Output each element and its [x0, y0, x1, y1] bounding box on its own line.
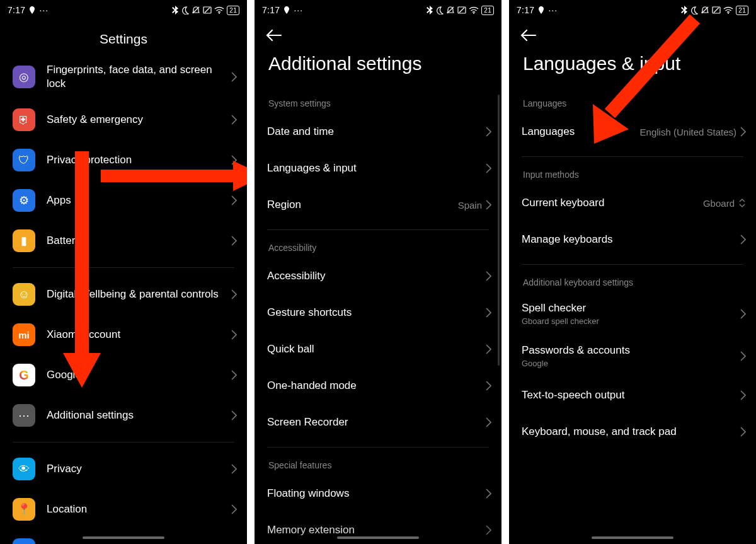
back-button[interactable] [266, 29, 490, 42]
alarm-off-icon [712, 6, 721, 14]
divider [522, 264, 743, 265]
row-gesture-shortcuts[interactable]: Gesture shortcuts [255, 294, 501, 331]
status-time: 7:17 [8, 5, 25, 15]
row-label: Apps [47, 194, 231, 207]
row-label: Additional settings [47, 408, 231, 422]
divider [267, 447, 489, 448]
chevron-right-icon [231, 410, 237, 420]
chevron-right-icon [486, 200, 491, 210]
row-location[interactable]: 📍 Location [0, 489, 247, 530]
row-label: One-handed mode [267, 379, 486, 393]
row-apps[interactable]: ⚙ Apps [0, 180, 247, 221]
dnd-icon [446, 6, 455, 14]
fingerprint-icon: ◎ [13, 66, 35, 88]
row-privacy[interactable]: 👁 Privacy [0, 449, 247, 489]
bluetooth-icon [681, 6, 687, 14]
divider [522, 156, 743, 157]
row-tts-output[interactable]: Text-to-speech output [509, 377, 756, 414]
row-passwords-accounts[interactable]: Passwords & accounts Google [509, 335, 756, 377]
wifi-icon [214, 6, 224, 14]
moon-icon [690, 6, 698, 14]
row-additional-settings[interactable]: ⋯ Additional settings [0, 395, 247, 436]
dnd-icon [701, 6, 709, 14]
chevron-right-icon [740, 127, 746, 137]
row-xiaomi-account[interactable]: mi Xiaomi Account [0, 315, 247, 355]
section-input-methods: Input methods [509, 163, 756, 185]
privacy-icon: 👁 [13, 458, 35, 480]
page-title: Settings [0, 20, 247, 61]
row-value: Gboard [703, 198, 735, 209]
chevron-right-icon [231, 370, 237, 380]
location-icon [29, 6, 35, 14]
chevron-right-icon [740, 351, 746, 361]
row-spell-checker[interactable]: Spell checker Gboard spell checker [509, 292, 756, 335]
row-keyboard-mouse-trackpad[interactable]: Keyboard, mouse, and track pad [509, 414, 756, 450]
google-icon: G [13, 364, 35, 386]
row-accessibility[interactable]: Accessibility [255, 258, 501, 294]
row-current-keyboard[interactable]: Current keyboard Gboard [509, 185, 756, 221]
svg-line-2 [205, 8, 210, 13]
row-region[interactable]: Region Spain [255, 187, 501, 223]
battery-icon: ▮ [13, 229, 35, 252]
chevron-right-icon [231, 289, 237, 299]
row-label: Quick ball [267, 342, 486, 356]
status-bar: 7:17 ··· 21 [0, 0, 247, 20]
row-label: Text-to-speech output [522, 388, 740, 402]
bluetooth-icon [172, 6, 178, 14]
chevron-right-icon [740, 390, 746, 400]
chevron-right-icon [486, 417, 491, 427]
home-indicator[interactable] [337, 536, 419, 539]
chevron-right-icon [231, 72, 237, 82]
row-languages-input[interactable]: Languages & input [255, 150, 501, 187]
row-google[interactable]: G Google [0, 355, 247, 395]
home-indicator[interactable] [592, 536, 673, 539]
row-privacy-protection[interactable]: 🛡 Privacy protection [0, 140, 247, 180]
chevron-right-icon [231, 236, 237, 246]
row-manage-keyboards[interactable]: Manage keyboards [509, 221, 756, 258]
section-accessibility: Accessibility [255, 236, 501, 258]
row-safety[interactable]: ⛨ Safety & emergency [0, 100, 247, 140]
battery-indicator: 21 [481, 6, 494, 15]
row-label: Fingerprints, face data, and screen lock [47, 63, 231, 91]
location-icon [538, 6, 544, 14]
row-label: Manage keyboards [522, 233, 740, 246]
row-label: Region [267, 198, 458, 212]
row-wellbeing[interactable]: ☺ Digital Wellbeing & parental controls [0, 274, 247, 315]
back-button[interactable] [520, 29, 745, 42]
row-label: Spell checker [522, 301, 740, 315]
row-label: Xiaomi Account [47, 328, 231, 342]
status-bar: 7:17 ··· 21 [255, 0, 501, 20]
row-sublabel: Gboard spell checker [522, 316, 740, 326]
row-label: Google [47, 368, 231, 382]
bluetooth-icon [427, 6, 433, 14]
row-label: Passwords & accounts [522, 344, 740, 357]
xiaomi-icon: mi [13, 323, 35, 346]
chevron-right-icon [231, 155, 237, 165]
row-screen-recorder[interactable]: Screen Recorder [255, 404, 501, 441]
phone-languages-input: 7:17 ··· 21 Languages & input Languages … [509, 0, 756, 544]
row-battery[interactable]: ▮ Battery [0, 221, 247, 261]
row-label: Privacy [47, 462, 231, 476]
scrollbar[interactable] [498, 95, 500, 366]
row-date-time[interactable]: Date and time [255, 113, 501, 150]
row-label: Languages & input [267, 161, 486, 175]
section-languages: Languages [509, 92, 756, 113]
alarm-off-icon [203, 6, 212, 14]
shield-icon: 🛡 [13, 149, 35, 171]
row-label: Screen Recorder [267, 415, 486, 429]
row-floating-windows[interactable]: Floating windows [255, 475, 501, 512]
row-label: Location [47, 502, 231, 516]
row-one-handed[interactable]: One-handed mode [255, 367, 501, 404]
moon-icon [181, 6, 189, 14]
chevron-right-icon [486, 381, 491, 391]
row-fingerprint[interactable]: ◎ Fingerprints, face data, and screen lo… [0, 61, 247, 100]
row-languages[interactable]: Languages English (United States) [509, 113, 756, 150]
location-pin-icon: 📍 [13, 498, 35, 521]
home-indicator[interactable] [83, 536, 164, 539]
svg-point-3 [219, 13, 220, 14]
row-label: Memory extension [267, 523, 486, 537]
row-label: Accessibility [267, 269, 486, 283]
wifi-icon [723, 6, 733, 14]
row-quick-ball[interactable]: Quick ball [255, 331, 501, 367]
row-memory-extension[interactable]: Memory extension [255, 512, 501, 544]
